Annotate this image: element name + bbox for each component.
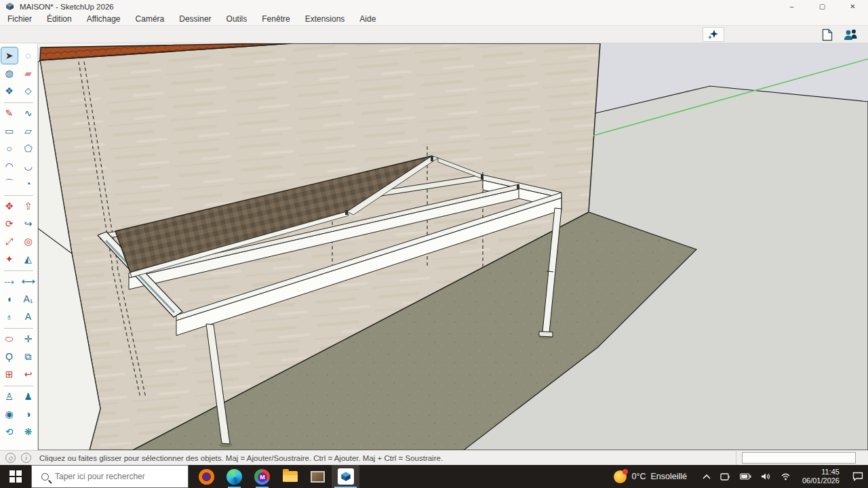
menu-item-edition[interactable]: Édition xyxy=(39,14,79,24)
tool-components[interactable]: ❖ xyxy=(1,83,18,99)
menu-item-affichage[interactable]: Affichage xyxy=(79,14,128,24)
status-message: Cliquez ou faites glisser pour sélection… xyxy=(39,454,443,462)
sparkle-icon xyxy=(707,29,719,40)
stretch-icon: ✦ xyxy=(5,254,14,264)
measurements-input[interactable] xyxy=(742,452,856,464)
tool-polygon[interactable]: ⬠ xyxy=(20,140,37,157)
right-post-foot[interactable] xyxy=(539,331,553,337)
tool-move[interactable]: ✥ xyxy=(1,198,18,214)
tool-position-camera[interactable]: ♙ xyxy=(1,388,18,405)
weather-temp: 0°C xyxy=(631,472,646,481)
menu-item-camera[interactable]: Caméra xyxy=(128,14,172,24)
tool-eraser[interactable]: ▰ xyxy=(20,65,37,81)
menu-item-fenetre[interactable]: Fenêtre xyxy=(254,14,297,24)
close-button[interactable]: ✕ xyxy=(837,0,868,13)
tool-axes[interactable]: ♁ xyxy=(1,308,18,325)
share-people-icon[interactable] xyxy=(842,28,859,41)
tool-extras[interactable]: ❋ xyxy=(20,424,37,440)
menu-item-aide[interactable]: Aide xyxy=(352,14,383,24)
tool-arc[interactable]: ◠ xyxy=(1,158,18,174)
polygon-icon: ⬠ xyxy=(24,144,32,153)
look-around-icon: ◉ xyxy=(5,409,13,419)
tool-circle[interactable]: ○ xyxy=(1,140,18,157)
tool-tape-measure[interactable]: ⤏ xyxy=(1,273,18,289)
taskbar-app-file-explorer[interactable] xyxy=(276,465,304,488)
tool-stretch[interactable]: ✦ xyxy=(1,251,18,267)
tool-walk[interactable]: ♟ xyxy=(20,388,37,405)
tool-protractor[interactable]: ◖ xyxy=(1,291,18,307)
tool-tag[interactable]: ⬦ xyxy=(20,83,37,99)
title-bar: MAISON* - SketchUp 2026 – ▢ ✕ xyxy=(0,0,868,13)
taskbar-app-sketchup[interactable] xyxy=(332,465,359,488)
menu-item-extensions[interactable]: Extensions xyxy=(298,14,353,24)
weather-condition: Ensoleillé xyxy=(650,472,687,481)
tool-rotate[interactable]: ⟳ xyxy=(1,216,18,232)
tape-measure-icon: ⤏ xyxy=(4,277,14,286)
orbit-icon: ⟲ xyxy=(5,427,14,436)
windows-logo-icon xyxy=(9,470,22,483)
info-icon[interactable]: i xyxy=(21,453,31,463)
tool-line[interactable]: ✎ xyxy=(1,105,18,121)
previous-view-icon: ↩ xyxy=(24,369,33,379)
ai-sparkle-button[interactable] xyxy=(703,27,724,42)
tool-section-view[interactable]: ◑ xyxy=(20,406,37,422)
3d-viewport[interactable] xyxy=(38,43,868,450)
push-pull-icon: ⇧ xyxy=(24,201,33,211)
menu-item-outils[interactable]: Outils xyxy=(219,14,255,24)
tool-lasso[interactable]: ◌ xyxy=(20,47,37,64)
network-icon[interactable] xyxy=(781,472,791,481)
tool-pan[interactable]: ✛ xyxy=(20,331,37,347)
taskbar-clock[interactable]: 11:45 06/01/2026 xyxy=(802,468,840,485)
tool-flip[interactable]: ◭ xyxy=(20,251,37,267)
notification-center-icon[interactable] xyxy=(848,472,868,481)
arc-icon: ◠ xyxy=(5,161,13,171)
taskbar-app-edge[interactable] xyxy=(220,465,248,488)
search-icon xyxy=(41,473,49,481)
taskbar-app-photos[interactable] xyxy=(304,465,332,488)
taskbar-app-chrome-mail[interactable]: M xyxy=(248,465,276,488)
battery-icon[interactable] xyxy=(740,473,751,480)
menu-item-dessiner[interactable]: Dessiner xyxy=(172,14,218,24)
tool-pie[interactable]: ◔ xyxy=(20,176,37,192)
tool-look-around[interactable]: ◉ xyxy=(1,406,18,422)
hidden-icons-chevron[interactable] xyxy=(703,474,711,479)
tool-zoom-extents[interactable]: ⊞ xyxy=(1,366,18,382)
minimize-button[interactable]: – xyxy=(776,0,807,13)
volume-icon[interactable] xyxy=(761,472,771,481)
geolocation-icon[interactable]: ◇ xyxy=(5,453,16,463)
tool-select[interactable]: ➤ xyxy=(1,47,18,64)
sketchup-logo-icon xyxy=(5,2,14,11)
zoom-icon: Ϙ xyxy=(5,352,13,361)
tool-push-pull[interactable]: ⇧ xyxy=(20,198,37,214)
walk-icon: ♟ xyxy=(24,392,33,401)
tool-previous-view[interactable]: ↩ xyxy=(20,366,37,382)
start-button[interactable] xyxy=(0,465,31,488)
taskbar-search[interactable] xyxy=(31,465,189,488)
new-document-icon[interactable] xyxy=(822,28,833,41)
tool-three-d-text[interactable]: A xyxy=(20,308,37,325)
tool-orbit[interactable]: ⟲ xyxy=(1,424,18,440)
search-input[interactable] xyxy=(55,472,180,481)
maximize-button[interactable]: ▢ xyxy=(807,0,837,13)
tool-text[interactable]: A₁ xyxy=(20,291,37,307)
tool-paint[interactable]: ◍ xyxy=(1,65,18,81)
weather-widget[interactable]: 0°C Ensoleillé xyxy=(614,470,687,483)
tool-rectangle[interactable]: ▭ xyxy=(1,123,18,139)
tool-offset[interactable]: ◎ xyxy=(20,233,37,249)
clock-time: 11:45 xyxy=(802,468,840,476)
sun-icon xyxy=(614,470,627,483)
tool-freehand[interactable]: ∿ xyxy=(20,105,37,121)
tool-zoom[interactable]: Ϙ xyxy=(1,348,18,365)
tool-section-plane[interactable]: ⬭ xyxy=(1,331,18,347)
menu-item-fichier[interactable]: Fichier xyxy=(0,14,39,24)
tool-two-point-arc[interactable]: ◡ xyxy=(20,158,37,174)
taskbar-app-security[interactable] xyxy=(193,465,220,488)
tool-scale[interactable]: ⤢ xyxy=(1,233,18,249)
rectangle-icon: ▭ xyxy=(5,126,14,136)
tool-follow-me[interactable]: ↪ xyxy=(20,216,37,232)
meet-now-icon[interactable] xyxy=(720,472,730,481)
tool-zoom-window[interactable]: ⧉ xyxy=(20,348,37,365)
tool-rotated-rectangle[interactable]: ▱ xyxy=(20,123,37,139)
tool-three-point-arc[interactable]: ⌒ xyxy=(1,176,18,192)
tool-dimensions[interactable]: ⟷ xyxy=(20,273,37,289)
